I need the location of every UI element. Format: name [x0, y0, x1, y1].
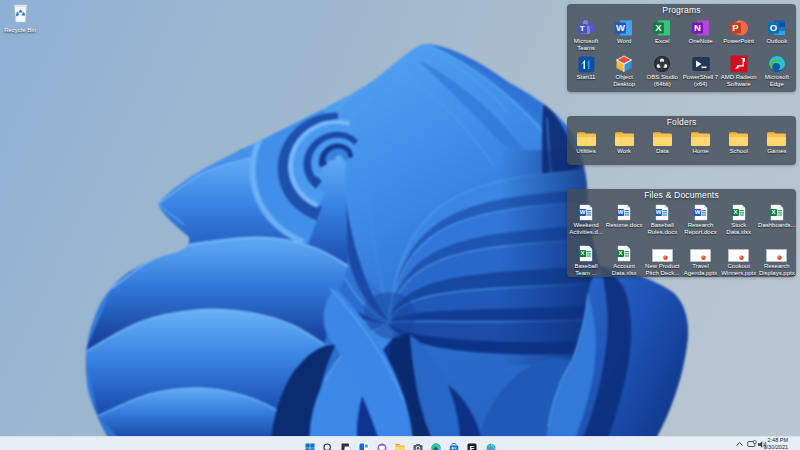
svg-text:N: N [694, 22, 701, 33]
svg-text:P: P [732, 22, 739, 33]
svg-text:W: W [618, 209, 624, 215]
svg-text:X: X [580, 250, 584, 256]
svg-text:F: F [470, 444, 475, 450]
svg-text:W: W [694, 209, 700, 215]
svg-text:W: W [616, 22, 625, 33]
svg-text:X: X [733, 209, 737, 215]
svg-text:W: W [656, 209, 662, 215]
svg-text:O: O [770, 22, 777, 33]
svg-text:X: X [656, 22, 663, 33]
svg-text:T: T [580, 24, 585, 33]
svg-text:X: X [619, 250, 623, 256]
svg-text:W: W [580, 209, 586, 215]
svg-text:X: X [771, 209, 775, 215]
